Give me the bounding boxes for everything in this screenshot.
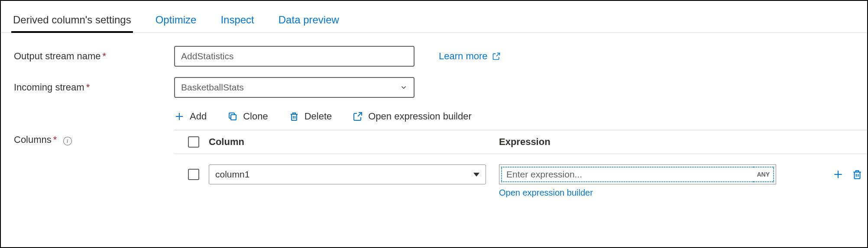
trash-icon [852, 169, 863, 180]
open-expression-builder-link[interactable]: Open expression builder [499, 188, 811, 198]
svg-rect-2 [231, 115, 236, 120]
delete-button[interactable]: Delete [289, 111, 332, 122]
output-stream-label: Output stream name* [14, 51, 174, 62]
expression-input[interactable]: Enter expression... ANY [499, 164, 776, 184]
tab-data-preview[interactable]: Data preview [277, 10, 341, 33]
learn-more-link[interactable]: Learn more [439, 51, 501, 62]
trash-icon [289, 111, 299, 122]
external-link-icon [353, 111, 363, 122]
tab-optimize[interactable]: Optimize [154, 10, 198, 33]
header-expression: Expression [499, 136, 811, 148]
add-button[interactable]: Add [174, 111, 207, 122]
columns-toolbar: Add Clone Delete Open expression builder [174, 108, 867, 130]
output-stream-input[interactable] [174, 46, 415, 67]
select-all-checkbox[interactable] [188, 136, 199, 148]
tab-settings[interactable]: Derived column's settings [11, 10, 133, 33]
type-badge: ANY [753, 167, 774, 182]
caret-down-icon [473, 173, 479, 177]
chevron-down-icon [400, 84, 408, 91]
columns-label: Columns* i [14, 108, 174, 145]
incoming-stream-select[interactable]: BasketballStats [174, 77, 415, 98]
clone-button[interactable]: Clone [227, 111, 268, 122]
add-row-button[interactable] [832, 169, 844, 180]
incoming-stream-label: Incoming stream* [14, 82, 174, 93]
external-link-icon [492, 52, 501, 61]
grid-header: Column Expression [174, 130, 867, 154]
tab-inspect[interactable]: Inspect [219, 10, 256, 33]
info-icon[interactable]: i [63, 137, 72, 145]
row-checkbox[interactable] [188, 169, 199, 180]
table-row: column1 Enter expression... ANY Open exp… [174, 154, 867, 204]
header-column: Column [209, 136, 499, 148]
plus-icon [174, 111, 185, 122]
copy-icon [227, 111, 238, 122]
derived-column-panel: Derived column's settings Optimize Inspe… [0, 0, 868, 248]
plus-icon [832, 169, 844, 180]
column-name-select[interactable]: column1 [209, 164, 486, 184]
open-expression-builder-button[interactable]: Open expression builder [353, 111, 471, 122]
tabs-bar: Derived column's settings Optimize Inspe… [1, 1, 867, 33]
delete-row-button[interactable] [852, 169, 863, 180]
